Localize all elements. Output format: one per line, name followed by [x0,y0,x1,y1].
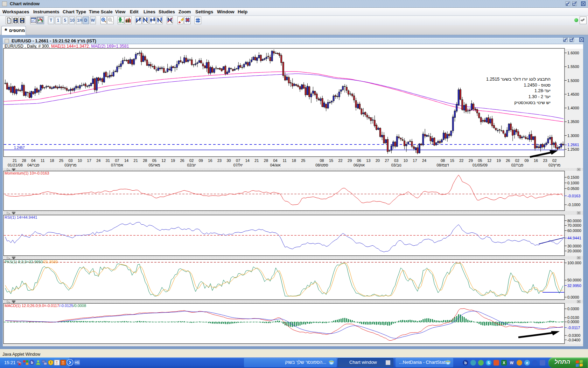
svg-text:1.3000: 1.3000 [567,134,579,138]
svg-text:20: 20 [376,158,380,163]
svg-text:0.1000: 0.1000 [567,181,579,185]
svg-text:29: 29 [469,158,473,163]
svg-text:13: 13 [366,158,370,163]
svg-text:-0.0300: -0.0300 [567,333,580,338]
svg-text:10: 10 [78,158,82,163]
svg-text:21: 21 [134,158,138,163]
svg-text:20.0000: 20.0000 [567,249,581,253]
svg-text:פבר/02: פבר/02 [511,163,524,167]
svg-text:ספט/08: ספט/08 [315,163,328,167]
svg-text:07: 07 [236,158,240,163]
svg-text:-0.0117: -0.0117 [567,326,580,330]
svg-text:יונ/02: יונ/02 [187,163,196,167]
svg-text:70.0000: 70.0000 [567,223,581,227]
svg-text:1.2457: 1.2457 [14,146,25,150]
svg-text:01/21/08: 01/21/08 [8,163,23,167]
svg-text:18: 18 [50,158,54,163]
svg-text:24: 24 [96,158,100,163]
svg-text:1.4000: 1.4000 [567,106,579,110]
svg-text:06: 06 [357,158,361,163]
svg-text:27: 27 [385,158,389,163]
svg-text:0.0000: 0.0000 [567,320,579,324]
svg-text:05: 05 [152,158,156,163]
svg-text:1.3500: 1.3500 [567,120,579,124]
svg-text:-0.1000: -0.1000 [567,203,580,207]
svg-text:Momentum(1) 10=-0.0163: Momentum(1) 10=-0.0163 [5,171,49,175]
svg-text:19: 19 [171,158,175,163]
svg-text:14: 14 [124,158,128,163]
svg-text:10: 10 [404,158,408,163]
svg-text:MACD(1) 12.0;26.0;9.0=-0.0117/: MACD(1) 12.0;26.0;9.0=-0.0117/-0.0125/0.… [5,304,86,308]
svg-text:אפר/07: אפר/07 [111,163,123,167]
svg-text:02: 02 [189,158,194,163]
svg-text:03: 03 [68,158,72,163]
svg-text:מאי/05: מאי/05 [149,163,160,167]
svg-text:28: 28 [22,158,26,163]
svg-text:30: 30 [226,158,231,163]
svg-text:16: 16 [534,158,538,163]
svg-text:02: 02 [515,158,519,163]
svg-text:23: 23 [217,158,222,163]
svg-text:PKS(1) 8;3;3=32.9950/21.3930: PKS(1) 8;3;3=32.9950/21.3930 [5,260,58,264]
svg-text:25: 25 [59,158,63,163]
svg-text:05: 05 [478,158,482,163]
svg-text:1.5500: 1.5500 [567,64,579,69]
svg-text:EUR/USD , Daily, # 300, MAE(1): EUR/USD , Daily, # 300, MAE(1) 144=1.347… [5,44,129,49]
svg-text:28: 28 [143,158,147,163]
svg-text:16: 16 [208,158,212,163]
svg-text:11: 11 [41,158,44,163]
svg-text:24: 24 [422,158,426,163]
svg-text:04: 04 [31,158,35,163]
svg-text:07: 07 [115,158,119,163]
svg-text:01/05/09: 01/05/09 [472,163,488,167]
svg-text:אוק/06: אוק/06 [354,163,365,167]
svg-text:08: 08 [320,158,324,163]
svg-text:אוג/04: אוג/04 [270,163,281,167]
svg-text:04: 04 [273,158,277,163]
svg-text:09: 09 [524,158,528,163]
svg-text:03: 03 [394,158,398,163]
svg-text:29: 29 [348,158,352,163]
svg-text:1.5000: 1.5000 [567,79,579,83]
svg-text:1.2661: 1.2661 [567,143,579,147]
svg-text:15: 15 [450,158,454,163]
svg-text:32.9950: 32.9950 [567,284,581,288]
svg-text:1.2500: 1.2500 [567,147,579,151]
svg-text:יול/07: יול/07 [233,163,243,167]
svg-text:19: 19 [497,158,501,163]
svg-text:28: 28 [264,158,268,163]
svg-text:18: 18 [292,158,296,163]
svg-text:-0.0163: -0.0163 [567,194,580,198]
svg-text:12: 12 [487,158,491,163]
svg-text:21: 21 [13,158,17,163]
svg-text:80.0000: 80.0000 [567,219,581,223]
svg-text:21: 21 [254,158,259,163]
svg-text:25: 25 [301,158,305,163]
svg-text:100.000: 100.000 [567,261,581,265]
svg-text:22: 22 [459,158,463,163]
svg-text:מרץ/03: מרץ/03 [64,163,76,167]
svg-text:26: 26 [506,158,510,163]
svg-text:0.0000: 0.0000 [567,295,579,299]
svg-text:09: 09 [199,158,203,163]
svg-text:0.0300: 0.0300 [567,307,579,311]
svg-text:02: 02 [552,158,556,163]
svg-text:30.0000: 30.0000 [567,244,581,248]
svg-text:15: 15 [329,158,333,163]
svg-text:0.0500: 0.0500 [567,186,579,191]
svg-text:0.0100: 0.0100 [567,315,579,320]
svg-text:!: ! [50,361,51,364]
svg-text:44.9441: 44.9441 [567,236,581,240]
svg-text:12: 12 [161,158,166,163]
svg-text:17: 17 [87,158,91,163]
svg-text:14: 14 [245,158,250,163]
svg-text:17: 17 [413,158,417,163]
svg-text:-0.0400: -0.0400 [567,338,580,342]
svg-text:08: 08 [441,158,445,163]
svg-text:26: 26 [180,158,184,163]
svg-text:נוב/03: נוב/03 [391,163,401,167]
svg-text:1.6000: 1.6000 [567,51,579,55]
svg-text:23: 23 [543,158,547,163]
svg-text:דצמ/08: דצמ/08 [437,163,449,167]
svg-text:מרץ/02: מרץ/02 [548,163,560,167]
